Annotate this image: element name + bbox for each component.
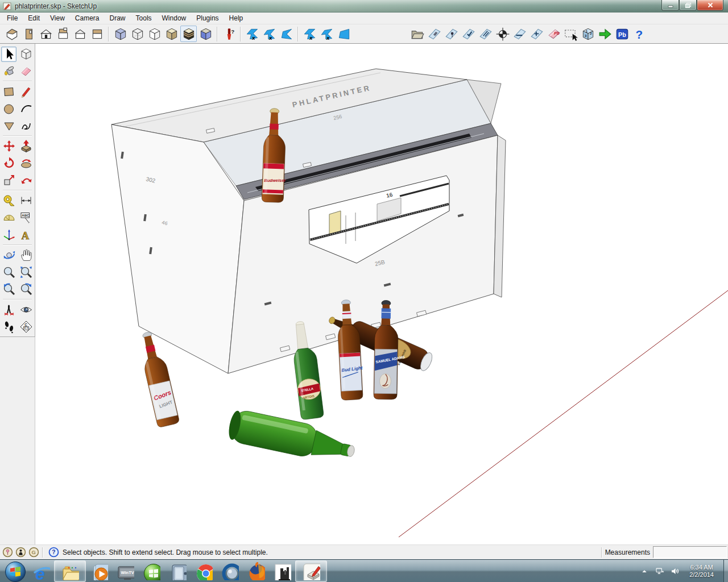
3d-text-tool[interactable]: A [18,227,34,243]
claim-credit-icon[interactable] [15,547,26,558]
polygon-tool[interactable] [1,118,16,134]
google-signin-icon[interactable]: G [28,547,39,558]
style-shaded-icon[interactable] [163,26,180,42]
close-button[interactable] [697,0,723,11]
eraser-tool[interactable] [18,64,34,79]
phlat-fold-2-icon[interactable]: x [318,26,335,42]
measurements-input[interactable] [653,546,727,558]
arc-tool[interactable] [18,101,34,117]
scale-tool[interactable] [1,173,16,188]
generate-gcode-icon[interactable] [597,26,613,42]
view-front-icon[interactable] [38,26,54,42]
view-iso-icon[interactable] [3,26,20,42]
phlat-board-fold-icon[interactable] [477,26,494,42]
phlat-cut-1-icon[interactable]: x [244,26,260,42]
walk-tool[interactable] [1,319,16,335]
phlat-board-check-icon[interactable] [460,26,477,42]
center-point-icon[interactable] [494,26,511,42]
zoom-previous-tool[interactable] [1,282,16,297]
position-camera-tool[interactable] [1,302,16,318]
style-wireframe-icon[interactable] [129,26,146,42]
select-tool[interactable] [1,47,16,62]
make-component-tool[interactable] [18,47,34,62]
text-tool[interactable]: ABC [18,210,34,226]
taskbar-chrome[interactable] [191,560,217,582]
phlatboyz-logo-icon[interactable]: Pb [614,26,630,42]
taskbar-firefox[interactable] [243,560,269,582]
phlat-board-mark-icon[interactable] [528,26,545,42]
menu-camera[interactable]: Camera [70,13,105,24]
taskbar-media-center[interactable] [138,560,164,582]
line-tool[interactable] [18,84,34,99]
paint-bucket-tool[interactable] [1,64,16,79]
tray-expand-icon[interactable] [639,566,650,577]
look-around-tool[interactable] [18,302,34,318]
zoom-extents-tool[interactable] [18,265,34,280]
axes-tool[interactable] [1,227,16,243]
green-bottle[interactable] [226,408,358,467]
open-model-icon[interactable] [409,26,425,42]
model-canvas[interactable]: PHLATPRINTER 256 302 46 16 25B Budweiser… [36,44,728,544]
menu-view[interactable]: View [45,13,70,24]
orbit-tool[interactable] [1,248,16,263]
view-left-icon[interactable] [72,26,88,42]
push-pull-tool[interactable] [18,139,34,154]
menu-file[interactable]: File [2,13,23,24]
phlat-help-icon[interactable]: ? [631,26,647,42]
menu-draw[interactable]: Draw [105,13,131,24]
phlat-board-pen-icon[interactable] [426,26,442,42]
zoom-tool[interactable] [1,265,16,280]
phlat-cut-3-icon[interactable] [278,26,295,42]
phlat-tool-red-icon[interactable]: ? [221,26,237,42]
phlat-tabs-123-icon[interactable]: 123 [580,26,596,42]
circle-tool[interactable] [1,101,16,117]
taskbar-wintv[interactable]: WinTV [112,560,138,582]
taskbar-sphere-app[interactable] [217,560,243,582]
protractor-tool[interactable] [1,210,16,226]
offset-tool[interactable] [18,173,34,188]
tape-measure-tool[interactable] [1,193,16,209]
taskbar-wmp[interactable] [86,560,112,582]
menu-help[interactable]: Help [224,13,249,24]
phlat-fold-3-icon[interactable] [336,26,352,42]
geolocation-status-icon[interactable] [2,547,13,558]
taskbar-safe[interactable] [164,560,191,582]
style-monochrome-icon[interactable] [197,26,214,42]
show-desktop-button[interactable] [723,560,728,582]
volume-icon[interactable] [669,566,681,577]
rectangle-tool[interactable] [1,84,16,99]
menu-plugins[interactable]: Plugins [191,13,224,24]
phlat-eraser-icon[interactable]: Pb [545,26,562,42]
menu-window[interactable]: Window [157,13,192,24]
network-icon[interactable] [654,566,665,577]
move-tool[interactable] [1,139,16,154]
follow-me-tool[interactable] [18,156,34,171]
restore-button[interactable] [679,0,697,11]
menu-edit[interactable]: Edit [23,13,45,24]
help-icon[interactable]: ? [48,547,59,558]
phlat-fold-1-icon[interactable]: x [301,26,318,42]
taskbar-clock[interactable]: 6:34 AM 2/2/2014 [689,564,714,579]
rotate-tool[interactable] [1,156,16,171]
minimize-button[interactable] [661,0,679,11]
style-xray-icon[interactable] [112,26,129,42]
phlatprinter-model[interactable]: PHLATPRINTER 256 302 46 16 25B [111,69,506,373]
taskbar-start-button[interactable] [2,560,28,582]
phlat-board-edge-icon[interactable] [511,26,528,42]
dimension-tool[interactable] [18,193,34,209]
style-hidden-line-icon[interactable] [146,26,163,42]
taskbar-ie[interactable]: e [28,560,54,582]
view-right-icon[interactable] [20,26,37,42]
freehand-tool[interactable] [18,118,34,134]
taskbar-sketchup[interactable] [295,560,327,582]
phlat-board-drill-icon[interactable] [443,26,460,42]
style-textured-icon[interactable] [180,26,197,42]
view-back-icon[interactable] [89,26,105,42]
menu-tools[interactable]: Tools [131,13,157,24]
section-plane-tool[interactable]: CR-5 [18,319,34,335]
phlat-cut-2-icon[interactable]: x [261,26,278,42]
pan-tool[interactable] [18,248,34,263]
taskbar-explorer[interactable] [54,560,86,582]
view-top-icon[interactable] [55,26,71,42]
selection-box-icon[interactable] [562,26,579,42]
